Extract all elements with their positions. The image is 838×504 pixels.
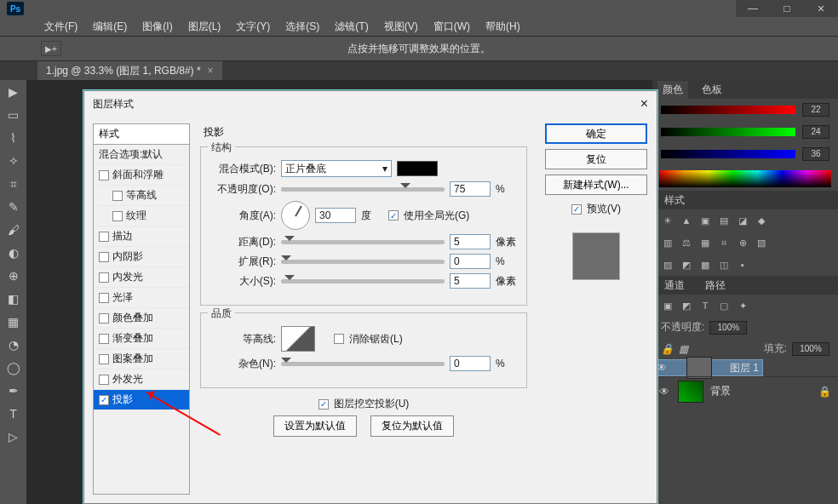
style-icon[interactable]: ▥ xyxy=(661,237,674,249)
spread-slider[interactable] xyxy=(281,260,445,264)
tab-color[interactable]: 颜色 xyxy=(657,81,688,99)
layer-option-icon[interactable]: ▢ xyxy=(717,300,731,312)
red-value[interactable]: 22 xyxy=(802,103,829,117)
lasso-tool-icon[interactable]: ⌇ xyxy=(4,129,23,146)
size-slider[interactable] xyxy=(281,279,445,284)
style-list-header[interactable]: 样式 xyxy=(94,124,189,145)
opacity-value[interactable]: 100% xyxy=(709,321,747,335)
shadow-color-swatch[interactable] xyxy=(397,161,438,176)
style-icon[interactable]: ▨ xyxy=(661,259,674,271)
menu-image[interactable]: 图像(I) xyxy=(135,20,179,34)
preview-checkbox[interactable]: ✓ xyxy=(571,204,582,215)
style-icon[interactable]: ⌗ xyxy=(717,237,731,249)
lock-pixels-icon[interactable]: ▦ xyxy=(679,343,688,355)
style-gradient-overlay[interactable]: 渐变叠加 xyxy=(94,329,189,349)
fill-value[interactable]: 100% xyxy=(792,342,829,356)
contour-picker[interactable] xyxy=(281,326,315,352)
style-icon[interactable]: ◩ xyxy=(680,259,693,271)
style-icon[interactable]: ◆ xyxy=(755,215,768,226)
green-slider[interactable] xyxy=(661,128,795,136)
healing-tool-icon[interactable]: ◐ xyxy=(4,244,23,261)
layer-option-icon[interactable]: T xyxy=(698,300,712,312)
layer-row[interactable]: 👁 图层 1 xyxy=(652,359,763,376)
style-texture[interactable]: 纹理 xyxy=(94,206,189,226)
menu-window[interactable]: 窗口(W) xyxy=(427,20,477,34)
brush-tool-icon[interactable]: 🖌 xyxy=(4,221,23,238)
antialias-checkbox[interactable] xyxy=(334,334,344,344)
clone-tool-icon[interactable]: ⊕ xyxy=(4,267,23,284)
reset-button[interactable]: 复位 xyxy=(545,149,647,169)
menu-type[interactable]: 文字(Y) xyxy=(229,20,277,34)
dialog-titlebar[interactable]: 图层样式 × xyxy=(84,91,657,117)
style-icon[interactable]: ▩ xyxy=(698,259,712,271)
style-blend-options[interactable]: 混合选项:默认 xyxy=(94,145,189,165)
style-icon[interactable]: ▦ xyxy=(698,237,712,249)
style-stroke[interactable]: 描边 xyxy=(94,226,189,247)
dodge-tool-icon[interactable]: ◯ xyxy=(4,359,23,376)
style-pattern-overlay[interactable]: 图案叠加 xyxy=(94,349,189,369)
style-inner-shadow[interactable]: 内阴影 xyxy=(94,247,189,267)
menu-file[interactable]: 文件(F) xyxy=(37,20,84,34)
wand-tool-icon[interactable]: ✧ xyxy=(4,152,23,169)
knockout-checkbox[interactable]: ✓ xyxy=(319,399,329,410)
eyedropper-tool-icon[interactable]: ✎ xyxy=(4,198,23,215)
move-tool-indicator[interactable]: ▶+ xyxy=(41,41,61,56)
angle-input[interactable]: 30 xyxy=(315,208,356,223)
style-icon[interactable]: ▣ xyxy=(698,215,712,226)
lock-icon[interactable]: 🔒 xyxy=(661,343,674,355)
menu-filter[interactable]: 滤镜(T) xyxy=(328,20,375,34)
style-color-overlay[interactable]: 颜色叠加 xyxy=(94,308,189,329)
close-tab-icon[interactable]: × xyxy=(208,65,214,77)
gradient-tool-icon[interactable]: ▦ xyxy=(4,313,23,330)
style-satin[interactable]: 光泽 xyxy=(94,288,189,308)
menu-view[interactable]: 视图(V) xyxy=(377,20,425,34)
size-input[interactable]: 5 xyxy=(450,273,491,289)
tab-channels[interactable]: 通道 xyxy=(659,277,690,295)
blue-value[interactable]: 36 xyxy=(802,147,829,161)
ok-button[interactable]: 确定 xyxy=(545,123,647,144)
window-maximize-button[interactable]: □ xyxy=(770,0,804,17)
dialog-close-button[interactable]: × xyxy=(640,96,648,112)
tab-styles[interactable]: 样式 xyxy=(659,192,690,209)
menu-select[interactable]: 选择(S) xyxy=(278,20,326,34)
window-minimize-button[interactable]: — xyxy=(736,0,770,17)
opacity-slider[interactable] xyxy=(281,187,445,192)
global-light-checkbox[interactable]: ✓ xyxy=(388,210,399,220)
style-icon[interactable]: ⊕ xyxy=(736,237,749,249)
style-inner-glow[interactable]: 内发光 xyxy=(94,267,189,288)
tab-paths[interactable]: 路径 xyxy=(700,277,731,295)
red-slider[interactable] xyxy=(661,106,795,114)
style-outer-glow[interactable]: 外发光 xyxy=(94,369,189,390)
visibility-icon[interactable]: 👁 xyxy=(657,362,669,374)
style-icon[interactable]: ◫ xyxy=(717,259,731,271)
new-style-button[interactable]: 新建样式(W)... xyxy=(545,175,647,195)
pen-tool-icon[interactable]: ✒ xyxy=(4,382,23,399)
document-tab[interactable]: 1.jpg @ 33.3% (图层 1, RGB/8#) * × xyxy=(37,61,222,81)
angle-dial[interactable] xyxy=(281,201,310,230)
layer-option-icon[interactable]: ◩ xyxy=(680,300,693,312)
blend-mode-select[interactable]: 正片叠底▾ xyxy=(281,160,392,177)
eraser-tool-icon[interactable]: ◧ xyxy=(4,290,23,307)
distance-input[interactable]: 5 xyxy=(450,234,491,249)
style-icon[interactable]: ⚖ xyxy=(680,237,693,249)
opacity-input[interactable]: 75 xyxy=(450,181,491,197)
layer-option-icon[interactable]: ✦ xyxy=(736,300,749,312)
green-value[interactable]: 24 xyxy=(802,125,829,139)
style-bevel[interactable]: 斜面和浮雕 xyxy=(94,165,189,186)
distance-slider[interactable] xyxy=(281,240,445,244)
menu-help[interactable]: 帮助(H) xyxy=(479,20,527,34)
menu-edit[interactable]: 编辑(E) xyxy=(86,20,134,34)
marquee-tool-icon[interactable]: ▭ xyxy=(4,106,23,123)
style-icon[interactable]: ▧ xyxy=(755,237,768,249)
style-icon[interactable]: ☀ xyxy=(661,215,674,226)
style-contour[interactable]: 等高线 xyxy=(94,186,189,206)
blur-tool-icon[interactable]: ◔ xyxy=(4,336,23,353)
tab-swatches[interactable]: 色板 xyxy=(697,81,727,99)
color-spectrum[interactable] xyxy=(659,170,831,187)
menu-layer[interactable]: 图层(L) xyxy=(181,20,228,34)
crop-tool-icon[interactable]: ⌗ xyxy=(4,175,23,192)
style-icon[interactable]: ▪ xyxy=(736,259,749,271)
blue-slider[interactable] xyxy=(661,150,795,158)
move-tool-icon[interactable]: ▶ xyxy=(4,83,23,100)
layer-row[interactable]: 👁 背景 🔒 xyxy=(652,376,838,405)
